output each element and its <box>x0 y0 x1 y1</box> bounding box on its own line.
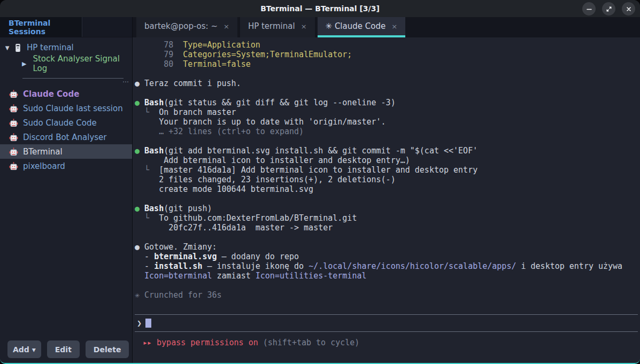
prompt-chevron-icon: ❯ <box>137 319 142 328</box>
session-tree: ▼ HP terminal ▶ Stock Analyser Signal Lo… <box>0 37 132 86</box>
session-item-pixelboard[interactable]: pixelboard <box>0 159 132 173</box>
terminal-text-segment: To github.com:DexterFromLab/BTerminal.gi… <box>159 213 357 223</box>
terminal-output[interactable]: 78 Type=Application 79 Categories=System… <box>135 40 638 300</box>
terminal-text-segment: - <box>135 252 154 261</box>
close-button[interactable] <box>622 2 635 16</box>
robot-icon <box>9 90 18 98</box>
tab-label: ✳ Claude Code <box>326 21 386 31</box>
terminal-text-segment: On branch master <box>159 107 236 117</box>
computer-icon <box>14 43 22 52</box>
robot-icon <box>9 104 18 113</box>
minimize-icon <box>586 6 592 12</box>
permissions-status-line: ▸▸bypass permissions on(shift+tab to cyc… <box>135 338 638 347</box>
minimize-button[interactable] <box>582 2 596 16</box>
terminal-text-segment: (git push) <box>164 204 212 213</box>
tab-bartek-pop-os[interactable]: bartek@pop-os: ~× <box>136 17 237 37</box>
close-icon <box>626 6 632 12</box>
edit-button[interactable]: Edit <box>47 340 80 358</box>
tab-label: bartek@pop-os: ~ <box>144 21 218 31</box>
cycle-hint-text: (shift+tab to cycle) <box>263 338 360 347</box>
maximize-icon <box>606 6 612 12</box>
terminal-text-segment: └ <box>135 213 159 223</box>
sidebar-button-row: Add ▾ Edit Delete <box>7 340 129 358</box>
terminal-text-segment: Icon=utilities-terminal <box>256 271 367 281</box>
terminal-text-segment: 2 files changed, 23 insertions(+), 2 del… <box>135 175 396 184</box>
sidebar-header: BTerminal Sessions <box>0 17 132 37</box>
divider-line <box>22 78 124 79</box>
session-item-label: Sudo Claude Code <box>23 118 97 128</box>
tab-close-icon[interactable]: × <box>391 22 397 30</box>
session-item-label: pixelboard <box>23 161 65 171</box>
robot-icon <box>9 148 18 156</box>
session-item-claude-code[interactable]: Claude Code <box>0 87 132 101</box>
bterminal-window: BTerminal — BTerminal [3/3] BTerminal Se… <box>0 0 640 364</box>
terminal-text-segment: Add bterminal icon to installer and desk… <box>135 156 410 165</box>
session-item-label: BTerminal <box>23 147 63 157</box>
window-controls <box>582 2 635 16</box>
terminal-text-segment: Bash <box>144 204 164 213</box>
titlebar[interactable]: BTerminal — BTerminal [3/3] <box>0 0 640 17</box>
terminal-text-segment: Bash <box>144 98 164 107</box>
tree-item-stock-analyser-signal-log[interactable]: ▶ Stock Analyser Signal Log <box>0 56 132 72</box>
tab-claude-code[interactable]: ✳ Claude Code× <box>318 17 406 37</box>
tree-item-hp-terminal[interactable]: ▼ HP terminal <box>0 40 132 56</box>
terminal-text-segment: [master 416da1a] Add bterminal icon to i… <box>159 165 477 175</box>
terminal-text-segment: └ <box>135 165 159 175</box>
terminal-text-segment: ✳ Crunched for 36s <box>135 290 222 300</box>
terminal-text-segment: install.sh <box>154 261 202 271</box>
tab-hp-terminal[interactable]: HP terminal× <box>240 17 315 37</box>
terminal-text-segment: 79 <box>135 50 183 59</box>
main-area: BTerminal Sessions ▼ HP terminal ▶ Stock… <box>0 17 640 363</box>
terminal-text-segment: ~/.local/share/icons/hicolor/scalable/ap… <box>309 261 516 271</box>
terminal-text-segment: create mode 100644 bterminal.svg <box>135 184 313 194</box>
add-button[interactable]: Add ▾ <box>7 340 41 358</box>
terminal-text-segment: Categories=System;TerminalEmulator; <box>183 50 352 59</box>
window-title: BTerminal — BTerminal [3/3] <box>260 4 380 13</box>
terminal-text-segment: Your branch is up to date with 'origin/m… <box>135 117 386 127</box>
terminal-text-segment: 80 <box>135 59 183 69</box>
sidebar-divider-handle[interactable]: … <box>0 72 132 86</box>
terminal-text-segment: Type=Application <box>183 40 260 50</box>
tree-item-label: HP terminal <box>27 43 74 52</box>
terminal-text-segment: ● Gotowe. Zmiany: <box>135 242 217 252</box>
permissions-mode-text: bypass permissions on <box>157 338 258 347</box>
terminal-text-segment: (git status && git diff && git log --one… <box>164 98 395 107</box>
maximize-button[interactable] <box>602 2 615 16</box>
session-list: Claude CodeSudo Claude last sessionSudo … <box>0 87 132 173</box>
terminal-text-segment: (git add bterminal.svg install.sh && git… <box>164 146 477 156</box>
terminal-pane[interactable]: 78 Type=Application 79 Categories=System… <box>133 37 640 363</box>
session-item-bterminal[interactable]: BTerminal <box>0 144 132 159</box>
terminal-text-segment: ● Teraz commit i push. <box>135 79 241 88</box>
terminal-text-segment: ● <box>135 146 144 156</box>
robot-icon <box>9 119 18 127</box>
text-cursor <box>145 319 151 328</box>
terminal-text-segment: — instaluje ikonę do <box>202 261 309 271</box>
session-item-label: Claude Code <box>23 89 79 99</box>
terminal-text-segment: zamiast <box>212 271 256 281</box>
collapse-arrow-icon[interactable]: ▼ <box>3 45 12 51</box>
prompt-input[interactable]: ❯ <box>135 314 638 332</box>
tree-item-label: Stock Analyser Signal Log <box>33 54 132 73</box>
terminal-text-segment: bterminal.svg <box>154 252 217 261</box>
play-icon: ▶ <box>22 60 26 67</box>
terminal-text-segment: └ <box>135 107 159 117</box>
tab-close-icon[interactable]: × <box>223 22 229 30</box>
session-item-label: Sudo Claude last session <box>23 104 123 113</box>
double-arrow-icon: ▸▸ <box>143 338 151 347</box>
session-item-sudo-claude-last-session[interactable]: Sudo Claude last session <box>0 101 132 115</box>
session-item-discord-bot-analyser[interactable]: Discord Bot Analyser <box>0 130 132 144</box>
terminal-text-segment: Terminal=false <box>183 59 250 69</box>
session-item-sudo-claude-code[interactable]: Sudo Claude Code <box>0 115 132 130</box>
terminal-text-segment: … +32 lines (ctrl+o to expand) <box>135 127 304 136</box>
terminal-text-segment: ● <box>135 204 144 213</box>
tab-close-icon[interactable]: × <box>301 22 307 30</box>
robot-icon <box>9 133 18 142</box>
terminal-text-segment: - <box>135 261 154 271</box>
terminal-text-segment: 20fc27f..416da1a master -> master <box>135 223 333 233</box>
tab-label: HP terminal <box>248 21 295 31</box>
divider-dots-icon: … <box>122 76 129 84</box>
terminal-text-segment: Icon=bterminal <box>135 271 212 281</box>
delete-button[interactable]: Delete <box>86 340 129 358</box>
terminal-text-segment: Bash <box>144 146 164 156</box>
sessions-sidebar: BTerminal Sessions ▼ HP terminal ▶ Stock… <box>0 17 133 363</box>
